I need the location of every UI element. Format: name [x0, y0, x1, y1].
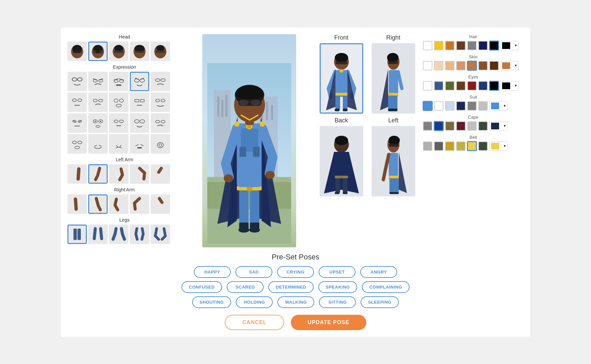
- expr-10[interactable]: [151, 93, 170, 112]
- pose-sleeping[interactable]: SLEEPING: [361, 296, 399, 308]
- head-option-4[interactable]: [130, 42, 149, 61]
- cancel-button[interactable]: CANCEL: [225, 315, 284, 330]
- pose-walking[interactable]: WALKING: [277, 296, 314, 308]
- hair-swatch-4[interactable]: [467, 41, 477, 50]
- left-view-img[interactable]: [372, 126, 415, 196]
- expr-5[interactable]: [151, 72, 170, 91]
- right-view-img[interactable]: [372, 43, 415, 114]
- cape-swatch-0[interactable]: [423, 121, 432, 131]
- expr-14[interactable]: [130, 113, 149, 133]
- left-arm-1[interactable]: [67, 164, 87, 184]
- pose-angry[interactable]: ANGRY: [360, 266, 397, 278]
- legs-2[interactable]: [88, 225, 108, 244]
- left-arm-3[interactable]: [109, 164, 128, 184]
- left-arm-5[interactable]: [151, 164, 170, 184]
- eye-swatch-0[interactable]: [423, 81, 432, 90]
- hair-swatch-3[interactable]: [456, 41, 466, 50]
- pose-crying[interactable]: CRYING: [277, 266, 314, 278]
- expr-18[interactable]: [109, 134, 128, 154]
- head-option-3[interactable]: [109, 42, 128, 61]
- expr-15[interactable]: [151, 113, 170, 133]
- cape-swatch-1[interactable]: [434, 121, 443, 131]
- pose-scared[interactable]: SCARED: [227, 281, 264, 293]
- eye-swatch-6[interactable]: [489, 81, 499, 90]
- hair-swatch-2[interactable]: [445, 41, 454, 50]
- expr-4[interactable]: [130, 72, 149, 91]
- head-option-1[interactable]: [67, 42, 87, 61]
- back-view-img[interactable]: [320, 126, 363, 196]
- belt-swatch-4[interactable]: [467, 141, 477, 151]
- expr-20[interactable]: [151, 134, 170, 154]
- cape-dropdown[interactable]: ▾: [489, 121, 507, 131]
- eye-swatch-2[interactable]: [445, 81, 454, 90]
- skin-swatch-5[interactable]: [478, 61, 488, 70]
- expr-19[interactable]: [130, 134, 149, 154]
- pose-sad[interactable]: SAD: [235, 266, 272, 278]
- right-arm-2[interactable]: [88, 194, 108, 214]
- expr-13[interactable]: [109, 113, 128, 133]
- skin-swatch-1[interactable]: [434, 61, 443, 70]
- head-option-5[interactable]: [151, 42, 170, 61]
- belt-dropdown[interactable]: ▾: [489, 141, 507, 151]
- belt-swatch-3[interactable]: [456, 141, 466, 151]
- belt-swatch-1[interactable]: [434, 141, 443, 151]
- cape-swatch-4[interactable]: [467, 121, 477, 131]
- pose-determined[interactable]: DETERMINED: [268, 281, 314, 293]
- skin-swatch-3[interactable]: [456, 61, 466, 70]
- cape-swatch-3[interactable]: [456, 121, 466, 131]
- pose-speaking[interactable]: SPEAKING: [318, 281, 357, 293]
- expr-17[interactable]: [88, 134, 108, 154]
- hair-swatch-5[interactable]: [478, 41, 488, 50]
- suit-swatch-2[interactable]: [445, 101, 454, 111]
- suit-swatch-0[interactable]: [423, 101, 432, 111]
- eye-dropdown[interactable]: ▾: [500, 81, 519, 90]
- pose-holding[interactable]: HOLDING: [236, 296, 273, 308]
- expr-3[interactable]: [109, 72, 128, 91]
- left-arm-4[interactable]: [130, 164, 149, 184]
- hair-swatch-1[interactable]: [434, 41, 443, 50]
- skin-dropdown[interactable]: ▾: [500, 61, 519, 70]
- legs-1[interactable]: [67, 225, 87, 244]
- pose-confused[interactable]: CONFUSED: [181, 281, 222, 293]
- expr-9[interactable]: [130, 93, 149, 112]
- left-arm-2[interactable]: [88, 164, 108, 184]
- update-pose-button[interactable]: UPDATE POSE: [291, 315, 366, 330]
- eye-swatch-4[interactable]: [467, 81, 477, 90]
- front-view-img[interactable]: [320, 43, 363, 114]
- belt-swatch-5[interactable]: [478, 141, 488, 151]
- skin-swatch-2[interactable]: [445, 61, 454, 70]
- skin-swatch-4[interactable]: [467, 61, 477, 70]
- eye-swatch-3[interactable]: [456, 81, 466, 90]
- suit-dropdown[interactable]: ▾: [489, 101, 507, 111]
- pose-shouting[interactable]: SHOUTING: [192, 296, 231, 308]
- skin-swatch-6[interactable]: [489, 61, 499, 70]
- expr-6[interactable]: [67, 93, 87, 112]
- legs-3[interactable]: [109, 225, 128, 244]
- expr-7[interactable]: [88, 93, 108, 112]
- belt-swatch-0[interactable]: [423, 141, 432, 151]
- right-arm-1[interactable]: [67, 194, 87, 214]
- eye-swatch-5[interactable]: [478, 81, 488, 90]
- skin-swatch-0[interactable]: [423, 61, 432, 70]
- hair-dropdown[interactable]: ▾: [500, 41, 519, 50]
- legs-5[interactable]: [151, 225, 170, 244]
- expr-16[interactable]: [67, 134, 87, 154]
- expr-11[interactable]: [67, 113, 87, 133]
- cape-swatch-5[interactable]: [478, 121, 488, 131]
- expr-1[interactable]: [67, 72, 87, 91]
- belt-swatch-2[interactable]: [445, 141, 454, 151]
- cape-swatch-2[interactable]: [445, 121, 454, 131]
- hair-swatch-6[interactable]: [489, 41, 499, 50]
- pose-upset[interactable]: UPSET: [319, 266, 356, 278]
- right-arm-5[interactable]: [151, 194, 170, 214]
- suit-swatch-1[interactable]: [434, 101, 443, 111]
- hair-swatch-0[interactable]: [423, 41, 432, 50]
- eye-swatch-1[interactable]: [434, 81, 443, 90]
- pose-complaining[interactable]: COMPLAINING: [362, 281, 410, 293]
- expr-2[interactable]: [88, 72, 108, 91]
- head-option-2[interactable]: [88, 42, 108, 61]
- suit-swatch-4[interactable]: [467, 101, 477, 111]
- right-arm-3[interactable]: [109, 194, 128, 214]
- pose-happy[interactable]: HAPPY: [194, 266, 231, 278]
- suit-swatch-3[interactable]: [456, 101, 466, 111]
